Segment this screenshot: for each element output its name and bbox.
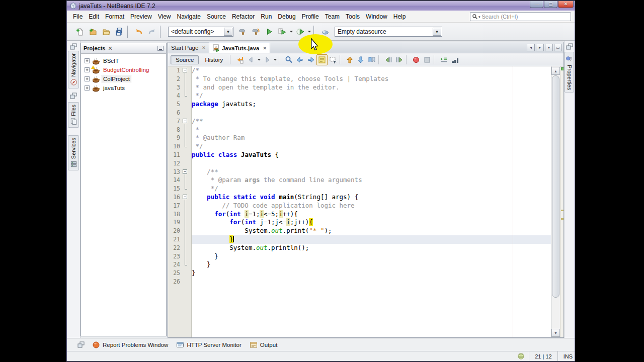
- code-line-7[interactable]: /**: [192, 117, 551, 126]
- code-line-16[interactable]: public static void main(String[] args) {: [192, 193, 551, 202]
- code-line-13[interactable]: /**: [192, 168, 551, 176]
- fold-toggle-icon[interactable]: −: [182, 168, 190, 176]
- code-text[interactable]: /* * To change this template, choose Too…: [192, 66, 551, 286]
- code-line-2[interactable]: * To change this template, choose Tools …: [192, 75, 551, 83]
- scroll-tabs-left-icon[interactable]: ◂: [527, 44, 535, 51]
- scroll-tabs-right-icon[interactable]: ▸: [536, 44, 544, 51]
- code-line-26[interactable]: [192, 278, 551, 286]
- menu-format[interactable]: Format: [102, 12, 127, 22]
- new-project-button[interactable]: [87, 25, 100, 38]
- run-button[interactable]: [263, 25, 276, 38]
- fold-toggle-icon[interactable]: −: [182, 66, 190, 75]
- menu-help[interactable]: Help: [390, 12, 409, 22]
- code-line-5[interactable]: package javatuts;: [192, 100, 551, 109]
- fold-toggle-icon[interactable]: −: [182, 117, 190, 126]
- menu-run[interactable]: Run: [258, 12, 275, 22]
- expand-icon[interactable]: [85, 85, 90, 91]
- code-line-14[interactable]: * @param args the command line arguments: [192, 176, 551, 185]
- code-line-20[interactable]: System.out.print("* ");: [192, 227, 551, 235]
- code-area[interactable]: 1−234567−8910111213−141516−1718192021222…: [168, 66, 564, 337]
- code-line-21[interactable]: }: [192, 235, 551, 244]
- build-button[interactable]: [236, 25, 250, 38]
- error-stripe[interactable]: [560, 66, 564, 337]
- dropdown-caret-icon[interactable]: [273, 54, 278, 66]
- occurrence-mark[interactable]: [561, 218, 564, 220]
- search-dropdown-icon[interactable]: ▾: [478, 15, 480, 19]
- menu-edit[interactable]: Edit: [86, 12, 102, 22]
- projects-panel-header[interactable]: Projects ✕: [81, 43, 166, 54]
- back-button[interactable]: [246, 54, 257, 65]
- code-line-24[interactable]: }: [192, 260, 551, 269]
- expand-icon[interactable]: [85, 76, 90, 82]
- menu-window[interactable]: Window: [363, 12, 390, 22]
- new-file-button[interactable]: [73, 25, 87, 38]
- menu-tools[interactable]: Tools: [343, 12, 363, 22]
- fold-minus-icon[interactable]: −: [183, 195, 187, 199]
- rectangular-selection-button[interactable]: [328, 54, 339, 65]
- menu-refactor[interactable]: Refactor: [229, 12, 258, 22]
- chevron-down-icon[interactable]: ▼: [433, 28, 441, 36]
- fold-minus-icon[interactable]: −: [183, 169, 187, 174]
- comment-button[interactable]: [438, 54, 449, 65]
- sidebar-tab-navigator[interactable]: Navigator: [68, 51, 79, 88]
- code-line-8[interactable]: *: [192, 126, 551, 134]
- menu-debug[interactable]: Debug: [275, 12, 298, 22]
- tab-close-icon[interactable]: ✕: [263, 46, 267, 51]
- next-bookmark-button[interactable]: [355, 54, 366, 65]
- code-line-18[interactable]: for(int i=1;i<=5;i++){: [192, 210, 551, 219]
- toggle-bookmark-button[interactable]: [366, 54, 377, 65]
- stop-macro-button[interactable]: [422, 54, 433, 65]
- panel-close-icon[interactable]: ✕: [108, 45, 112, 52]
- code-line-10[interactable]: */: [192, 142, 551, 151]
- code-line-19[interactable]: for(int j=1;j<=i;j++){: [192, 218, 551, 227]
- last-edit-button[interactable]: [234, 54, 246, 65]
- maximize-editor-icon[interactable]: ▭: [554, 44, 562, 51]
- project-colproject[interactable]: ColProject: [81, 74, 166, 83]
- code-line-15[interactable]: */: [192, 185, 551, 193]
- code-line-17[interactable]: // TODO code application logic here: [192, 202, 551, 210]
- scroll-down-icon[interactable]: ▼: [551, 329, 560, 337]
- shift-left-button[interactable]: [383, 54, 394, 65]
- minimize-button[interactable]: —: [530, 1, 543, 8]
- dropdown-caret-icon[interactable]: [257, 54, 262, 66]
- code-line-3[interactable]: * and open the template in the editor.: [192, 83, 551, 92]
- redo-button[interactable]: [145, 25, 158, 38]
- shift-right-button[interactable]: [394, 54, 405, 65]
- debug-button[interactable]: [276, 25, 289, 38]
- sidebar-tab-services[interactable]: Services: [68, 135, 79, 170]
- code-line-11[interactable]: public class JavaTuts {: [192, 151, 551, 159]
- fold-minus-icon[interactable]: −: [183, 68, 187, 72]
- forward-button[interactable]: [262, 54, 273, 65]
- dock-window-icon[interactable]: [566, 43, 574, 51]
- next-occurrence-button[interactable]: [305, 54, 316, 65]
- code-line-6[interactable]: [192, 109, 551, 117]
- breakpoint-button[interactable]: [411, 54, 422, 65]
- vertical-scrollbar[interactable]: ▲ ▼: [551, 66, 560, 337]
- occurrence-mark[interactable]: [561, 210, 564, 211]
- maximize-button[interactable]: ▢: [544, 1, 557, 8]
- chevron-down-icon[interactable]: ▼: [224, 28, 232, 36]
- panel-minimize-icon[interactable]: [157, 46, 164, 51]
- fold-toggle-icon[interactable]: −: [182, 193, 190, 202]
- expand-icon[interactable]: [85, 58, 90, 64]
- search-input[interactable]: [482, 14, 569, 20]
- menu-file[interactable]: File: [70, 12, 86, 22]
- undo-button[interactable]: [132, 25, 145, 38]
- project-bscit[interactable]: BScIT: [81, 56, 166, 65]
- menu-preview[interactable]: Preview: [127, 12, 155, 22]
- history-view-button[interactable]: History: [200, 55, 228, 64]
- menu-source[interactable]: Source: [204, 12, 229, 22]
- config-select[interactable]: <default config>▼: [168, 27, 233, 37]
- datasource-select[interactable]: Empty datasource▼: [335, 27, 442, 37]
- code-line-22[interactable]: System.out.println();: [192, 244, 551, 252]
- toggle-highlight-button[interactable]: [316, 54, 328, 65]
- code-line-12[interactable]: [192, 159, 551, 168]
- open-project-button[interactable]: [100, 25, 113, 38]
- project-javatuts[interactable]: javaTuts: [81, 83, 166, 93]
- tab-list-dropdown-icon[interactable]: ▾: [545, 44, 553, 51]
- expand-icon[interactable]: [85, 67, 90, 73]
- search-box[interactable]: ▾: [470, 12, 571, 21]
- menu-view[interactable]: View: [155, 12, 174, 22]
- close-button[interactable]: ✕: [558, 1, 574, 8]
- previous-bookmark-button[interactable]: [344, 54, 355, 65]
